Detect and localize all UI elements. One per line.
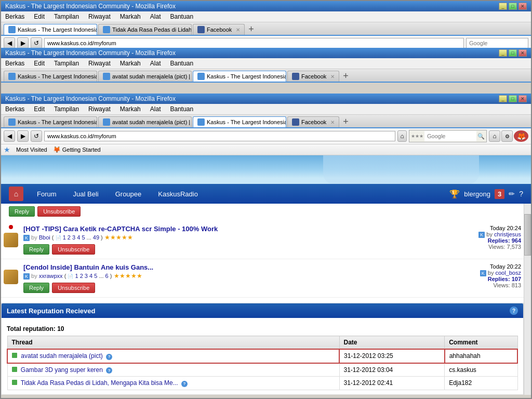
window-title-2: Kaskus - The Largest Indonesian Communit… — [5, 49, 176, 57]
home-btn-3[interactable]: ⌂ — [397, 130, 407, 142]
rep-info-1[interactable]: ? — [106, 354, 112, 360]
menu-bantuan-2[interactable]: Bantuan — [168, 59, 195, 68]
thread-author-1[interactable]: Bboi — [39, 234, 50, 241]
minimize-btn[interactable]: _ — [499, 3, 507, 10]
nav-kaskusradio[interactable]: KaskusRadio — [155, 189, 201, 200]
tab-kaskus-1[interactable]: Kaskus - The Largest Indonesian Commu...… — [4, 24, 97, 35]
thread-last-user-2[interactable]: cool_bosz — [495, 270, 521, 276]
nav-forum[interactable]: Forum — [34, 189, 60, 200]
menu-berkas-3[interactable]: Berkas — [4, 105, 26, 113]
menu-riwayat-1[interactable]: Riwayat — [87, 12, 112, 21]
tab-kaskus-3b[interactable]: Kaskus - The Largest Indonesian Commu...… — [193, 116, 286, 127]
minimize-btn-3[interactable]: _ — [499, 95, 507, 102]
tab-kaskus-2a[interactable]: Kaskus - The Largest Indonesian Commu...… — [4, 71, 97, 82]
forward-btn-1[interactable]: ▶ — [17, 37, 29, 49]
refresh-btn-1[interactable]: ↺ — [31, 37, 42, 49]
replies-link-1[interactable]: Replies: 964 — [488, 237, 521, 244]
most-visited-link[interactable]: Most Visited — [15, 146, 49, 153]
menu-tampilan-2[interactable]: Tampilan — [52, 59, 81, 68]
menu-berkas-1[interactable]: Berkas — [4, 12, 26, 21]
thread-last-user-1[interactable]: christjesus — [494, 231, 521, 237]
menu-riwayat-3[interactable]: Riwayat — [87, 105, 112, 113]
rep-info-3[interactable]: ? — [181, 381, 188, 387]
rep-info-2[interactable]: ? — [106, 367, 112, 374]
menu-riwayat-2[interactable]: Riwayat — [87, 59, 112, 68]
nav-groupee[interactable]: Groupee — [112, 189, 145, 200]
menu-alat-1[interactable]: Alat — [149, 12, 163, 21]
menu-berkas-2[interactable]: Berkas — [4, 59, 26, 68]
home-icon-3[interactable]: ⌂ — [489, 130, 500, 142]
reply-btn-2[interactable]: Reply — [23, 283, 49, 293]
menu-alat-3[interactable]: Alat — [149, 105, 163, 113]
close-btn-3[interactable]: ✕ — [518, 95, 527, 102]
edit-icon[interactable]: ✏ — [509, 190, 515, 198]
tidak-favicon-1 — [103, 26, 110, 33]
nav-jualbeli[interactable]: Jual Beli — [70, 189, 102, 200]
first-unsub-btn[interactable]: Unsubscribe — [37, 206, 81, 217]
replies-link-2[interactable]: Replies: 107 — [488, 276, 521, 282]
tab-fb-3[interactable]: Facebook ✕ — [287, 116, 339, 127]
settings-icon-3[interactable]: ⚙ — [501, 130, 513, 142]
tab-close-fb-3[interactable]: ✕ — [330, 119, 335, 125]
refresh-btn-3[interactable]: ↺ — [31, 130, 42, 142]
thread-title-1[interactable]: [HOT -TIPS] Cara Ketik re-CAPTCHA scr Si… — [23, 225, 448, 233]
tab-fb-2[interactable]: Facebook ✕ — [287, 71, 339, 82]
menu-alat-2[interactable]: Alat — [149, 59, 163, 68]
rep-thread-1: avatat sudah merajalela (pict) ? — [7, 349, 339, 363]
tab-avatat-3[interactable]: avatat sudah merajalela (pict) | Kaskus … — [98, 116, 192, 127]
menu-edit-3[interactable]: Edit — [32, 105, 46, 113]
rep-date-2: 31-12-2012 03:04 — [339, 363, 445, 377]
close-btn-2[interactable]: ✕ — [518, 49, 527, 57]
search-icon[interactable]: 🔍 — [477, 133, 485, 140]
maximize-btn-3[interactable]: □ — [509, 95, 517, 102]
menu-bantuan-1[interactable]: Bantuan — [168, 12, 195, 21]
new-tab-btn-2[interactable]: + — [340, 71, 351, 82]
tab-tidak-1[interactable]: Tidak Ada Rasa Pedas di Lidah, Mengap...… — [98, 24, 192, 35]
minimize-btn-2[interactable]: _ — [499, 49, 507, 57]
help-icon[interactable]: ? — [519, 190, 523, 198]
menu-markah-3[interactable]: Markah — [118, 105, 142, 113]
first-reply-btn[interactable]: Reply — [9, 206, 35, 217]
close-btn[interactable]: ✕ — [518, 3, 527, 10]
thread-title-2[interactable]: [Cendol Inside] Bantuin Ane kuis Gans... — [23, 263, 448, 271]
back-btn-1[interactable]: ◀ — [4, 37, 15, 49]
maximize-btn[interactable]: □ — [509, 3, 517, 10]
kaskus-home-icon[interactable]: ⌂ — [9, 187, 23, 201]
tab-fb-1[interactable]: Facebook ✕ — [193, 24, 245, 35]
menu-markah-1[interactable]: Markah — [118, 12, 142, 21]
url-bar-1[interactable] — [44, 38, 464, 48]
menu-tampilan-1[interactable]: Tampilan — [52, 12, 81, 21]
back-btn-3[interactable]: ◀ — [4, 130, 15, 142]
new-tab-btn-3[interactable]: + — [340, 116, 351, 127]
unsub-btn-1[interactable]: Unsubscribe — [52, 244, 95, 255]
rep-thread-link-1[interactable]: avatat sudah merajalela (pict) — [21, 352, 102, 360]
tab-close-fb-1[interactable]: ✕ — [236, 27, 240, 33]
tab-kaskus-3a[interactable]: Kaskus - The Largest Indonesian Commu...… — [4, 116, 97, 127]
rep-thread-link-2[interactable]: Gambar 3D yang super keren — [21, 366, 103, 374]
menu-markah-2[interactable]: Markah — [118, 59, 142, 68]
tab-label-kaskus-1: Kaskus - The Largest Indonesian Commu... — [18, 26, 97, 33]
google-search[interactable] — [424, 131, 476, 141]
search-bar-1[interactable] — [466, 38, 528, 48]
scrollbar-thumb[interactable] — [524, 214, 531, 256]
forward-btn-3[interactable]: ▶ — [17, 130, 29, 142]
url-bar-3[interactable] — [44, 131, 395, 141]
rep-info-icon[interactable]: ? — [510, 307, 518, 315]
maximize-btn-2[interactable]: □ — [509, 49, 517, 57]
reply-btn-1[interactable]: Reply — [23, 244, 49, 255]
notification-badge[interactable]: 3 — [495, 189, 504, 199]
menu-tampilan-3[interactable]: Tampilan — [52, 105, 81, 113]
thread-author-2[interactable]: xxrawpxx — [39, 273, 63, 279]
new-tab-btn-1[interactable]: + — [246, 24, 257, 35]
tab-close-fb-2[interactable]: ✕ — [330, 74, 335, 79]
rep-thread-3: Tidak Ada Rasa Pedas di Lidah, Mengapa K… — [7, 377, 339, 390]
unsub-btn-2[interactable]: Unsubscribe — [52, 283, 95, 293]
rep-thread-link-3[interactable]: Tidak Ada Rasa Pedas di Lidah, Mengapa K… — [21, 379, 178, 387]
menu-edit-2[interactable]: Edit — [32, 59, 46, 68]
getting-started-link[interactable]: 🦊 Getting Started — [53, 146, 101, 153]
tab-kaskus-2b[interactable]: Kaskus - The Largest Indonesian Commu...… — [193, 71, 286, 82]
menu-edit-1[interactable]: Edit — [32, 12, 46, 21]
scrollbar[interactable] — [524, 204, 531, 395]
menu-bantuan-3[interactable]: Bantuan — [168, 105, 195, 113]
tab-avatat-2[interactable]: avatat sudah merajalela (pict) | Kaskus … — [98, 71, 192, 82]
